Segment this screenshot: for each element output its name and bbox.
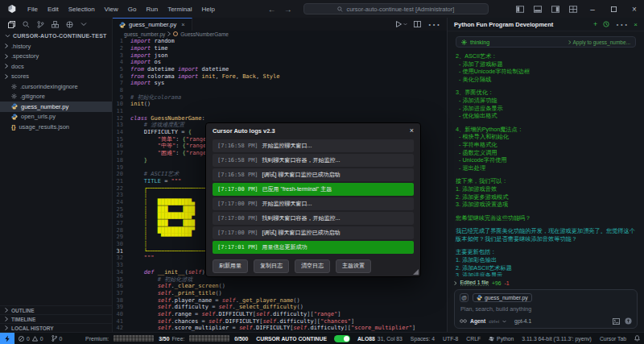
encoding-status[interactable]: UTF-8	[439, 336, 462, 342]
code-token: ][	[314, 318, 320, 325]
forward-arrow-icon[interactable]: →	[284, 5, 292, 14]
edited-files-row[interactable]: Edited 1 file +96 -1	[454, 280, 638, 286]
code-token: random	[151, 38, 175, 45]
theme-settings-button[interactable]: 主题设置	[336, 259, 371, 273]
run-python-button[interactable]	[396, 21, 407, 27]
tree-item-scores[interactable]: scores	[0, 72, 112, 82]
menu-run[interactable]: Run	[141, 6, 163, 13]
breadcrumb-symbol[interactable]: GuessNumberGame	[180, 31, 229, 37]
explorer-icon[interactable]	[8, 21, 15, 28]
agent-mode-selector[interactable]: Agent	[470, 318, 485, 324]
attach-image-icon[interactable]	[613, 318, 620, 325]
chevron-down-icon[interactable]	[80, 22, 87, 27]
dialog-title: Cursor Auto logs v2.3	[213, 127, 275, 135]
new-chat-icon[interactable]: +	[593, 20, 597, 28]
section-local-history[interactable]: LOCAL HISTORY	[0, 323, 112, 332]
line-number: 33	[113, 262, 130, 269]
tree-item-usage-results-json[interactable]: {}usage_results.json	[0, 122, 112, 132]
section-outline[interactable]: OUTLINE	[0, 305, 112, 314]
premium-usage[interactable]: Premium:3/50 Free:0/500	[81, 335, 252, 342]
history-icon[interactable]	[603, 21, 609, 27]
code-line-36: 36 self._clear_screen()	[113, 283, 447, 290]
send-icon[interactable]	[625, 317, 632, 325]
close-dialog-icon[interactable]: ×	[410, 126, 414, 135]
tree-item-docs[interactable]: docs	[0, 61, 112, 72]
maximize-button[interactable]	[604, 0, 623, 18]
chat-block-2: 3、界面优化： - 添加清屏功能 - 添加进度条显示 - 优化输出格式	[456, 89, 636, 119]
close-panel-icon[interactable]: ×	[634, 21, 638, 28]
explorer-root[interactable]: CURSOR-AUTO-CONTINUE-TEST	[0, 31, 112, 41]
code-token: # ASCII艺术	[130, 171, 179, 178]
tree-item--cursorindexingignore[interactable]: .cursorindexingignore	[0, 81, 112, 92]
menu-file[interactable]: File	[23, 6, 43, 13]
line-number: 36	[113, 283, 130, 290]
auto-continue-toggle[interactable]	[334, 335, 350, 342]
toggle-panel-bottom-icon[interactable]	[530, 1, 546, 17]
tree-item-open-urls-py[interactable]: open_urls.py	[0, 112, 112, 122]
add-context-button[interactable]: @	[460, 293, 469, 302]
debug-icon[interactable]	[66, 21, 73, 28]
source-control-icon[interactable]	[37, 21, 44, 28]
code-token: self	[158, 297, 171, 305]
code-token: GuessNumberGame	[151, 115, 201, 122]
menu-view[interactable]: View	[100, 6, 123, 13]
code-token: self	[158, 325, 171, 332]
search-icon	[337, 6, 343, 12]
code-token: import	[178, 66, 198, 73]
resize-grip[interactable]	[413, 269, 419, 275]
breadcrumb-file[interactable]: guess_number.py	[124, 31, 165, 37]
remote-indicator-icon[interactable]	[0, 333, 14, 344]
apply-to-file-link[interactable]: Apply to guess_numbe...	[568, 39, 630, 45]
code-token: =	[212, 297, 222, 305]
customize-layout-icon[interactable]	[565, 1, 581, 17]
search-icon[interactable]	[23, 21, 30, 28]
menu-edit[interactable]: Edit	[43, 6, 64, 13]
cursor-tab-status[interactable]: Cursor Tab	[596, 336, 630, 342]
tree-item--specstory[interactable]: .specstory	[0, 52, 112, 62]
dialog-buttons: 刷新用量复制日志清空日志主题设置	[206, 255, 420, 276]
fork-status[interactable]: 0	[47, 335, 67, 342]
composer[interactable]: @ guess_number.py Plan, search, build an…	[454, 289, 638, 329]
toggle-panel-right-icon[interactable]	[547, 1, 564, 17]
section-timeline[interactable]: TIMELINE	[0, 314, 112, 323]
minimize-button[interactable]: –	[583, 0, 602, 18]
more-actions-icon[interactable]: ⋯	[427, 18, 440, 32]
menu-go[interactable]: Go	[123, 6, 142, 13]
notifications-bell-icon[interactable]	[630, 335, 644, 342]
split-editor-icon[interactable]	[414, 21, 421, 27]
problems-status[interactable]: 0 0	[14, 336, 47, 342]
close-tab-icon[interactable]: ×	[181, 21, 184, 28]
copy-logs-button[interactable]: 复制日志	[254, 259, 289, 273]
more-options-icon[interactable]: ⋯	[615, 17, 628, 32]
tree-item--gitignore[interactable]: .gitignore	[0, 92, 112, 102]
eol-status[interactable]: CRLF	[462, 336, 485, 342]
menu-terminal[interactable]: Terminal	[163, 6, 196, 13]
tree-item-label: open_urls.py	[21, 113, 56, 120]
indentation-status[interactable]: Spaces: 4	[407, 336, 439, 342]
thinking-block[interactable]: thinking Apply to guess_numbe...	[456, 36, 636, 48]
code-token: self	[219, 304, 233, 311]
model-selector[interactable]: gpt-4.1	[514, 318, 531, 324]
clear-logs-button[interactable]: 清空日志	[295, 259, 330, 273]
toggle-panel-left-icon[interactable]	[512, 1, 528, 17]
tab-guess-number[interactable]: guess_number.py ×	[113, 18, 192, 31]
cursor-position[interactable]: ALO88 31, Col 83	[353, 336, 407, 342]
code-token: difficulty	[273, 311, 307, 318]
tree-item-guess-number-py[interactable]: guess_number.py	[0, 102, 112, 112]
command-search-box[interactable]: cursor-auto-continue-test [Administrator…	[303, 3, 489, 15]
menu-help[interactable]: Help	[196, 6, 219, 13]
composer-input[interactable]: Plan, search, build anything	[460, 305, 632, 313]
language-mode[interactable]: Python	[485, 336, 518, 342]
back-arrow-icon[interactable]: ←	[268, 5, 276, 14]
menu-selection[interactable]: Selection	[64, 6, 100, 13]
context-file-chip[interactable]: guess_number.py	[473, 293, 532, 302]
code-token: score_multiplier	[175, 325, 229, 332]
breadcrumb[interactable]: guess_number.py GuessNumberGame	[113, 31, 447, 37]
python-interpreter[interactable]: 3.11.3 64-bit ('3.11.3': pyenv)	[518, 336, 596, 342]
refresh-usage-button[interactable]: 刷新用量	[213, 259, 248, 273]
close-window-button[interactable]: ×	[625, 0, 644, 18]
auto-continue-label: CURSOR AUTO CONTINUE	[252, 336, 331, 342]
line-number: 10	[113, 101, 130, 108]
extensions-icon[interactable]	[52, 21, 59, 28]
tree-item--history[interactable]: .history	[0, 41, 112, 52]
